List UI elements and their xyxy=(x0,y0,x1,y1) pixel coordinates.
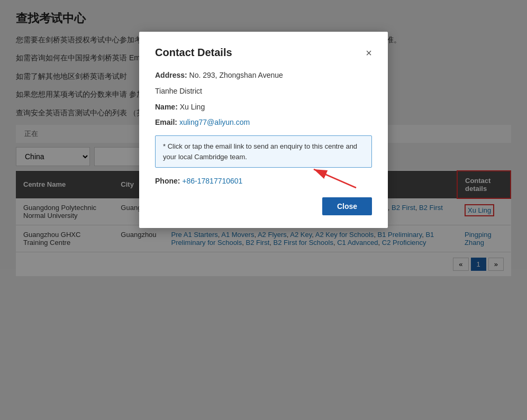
address-line2: Tianhe District xyxy=(155,87,202,95)
phone-value[interactable]: +86-17817710601 xyxy=(182,177,242,185)
modal-footer: Close xyxy=(155,197,372,215)
modal-overlay: Contact Details × Address: No. 293, Zhon… xyxy=(0,0,527,420)
modal-body: Address: No. 293, Zhongshan Avenue Tianh… xyxy=(155,69,372,188)
address-field: Address: No. 293, Zhongshan Avenue xyxy=(155,69,372,82)
email-field: Email: xuling77@aliyun.com xyxy=(155,116,372,129)
email-label: Email: xyxy=(155,118,177,126)
phone-field: Phone: +86-17817710601 xyxy=(155,175,372,188)
modal-close-x[interactable]: × xyxy=(366,48,372,58)
modal-close-button[interactable]: Close xyxy=(322,197,372,215)
name-field: Name: Xu Ling xyxy=(155,101,372,114)
contact-details-modal: Contact Details × Address: No. 293, Zhon… xyxy=(139,32,388,228)
address-line1: No. 293, Zhongshan Avenue xyxy=(189,71,283,79)
phone-label: Phone: xyxy=(155,177,180,185)
modal-header: Contact Details × xyxy=(155,47,372,59)
address-label: Address: xyxy=(155,71,187,79)
email-value[interactable]: xuling77@aliyun.com xyxy=(179,118,250,126)
address-line2-row: Tianhe District xyxy=(155,85,372,98)
modal-title: Contact Details xyxy=(155,47,232,59)
name-label: Name: xyxy=(155,103,178,111)
info-box: * Click or tap the email link to send an… xyxy=(155,135,372,168)
name-value: Xu Ling xyxy=(180,103,205,111)
